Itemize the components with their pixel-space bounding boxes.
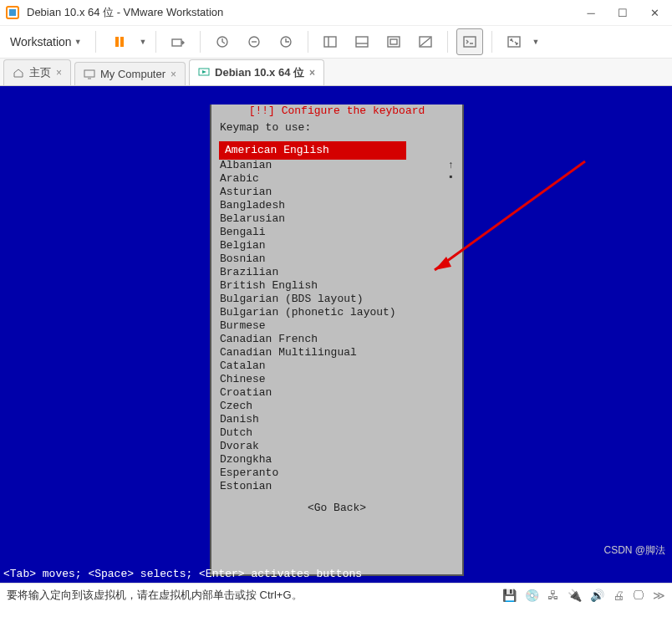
svg-rect-18 bbox=[84, 70, 94, 77]
list-item[interactable]: Bangladesh bbox=[220, 199, 454, 212]
disk-icon[interactable]: 💾 bbox=[502, 589, 517, 602]
network-icon[interactable]: 🖧 bbox=[547, 589, 559, 602]
keymap-list[interactable]: American English AlbanianArabicAsturianB… bbox=[220, 139, 454, 493]
layout-side-button[interactable] bbox=[317, 28, 344, 55]
usb-icon[interactable]: 🔌 bbox=[568, 589, 582, 602]
svg-rect-12 bbox=[388, 37, 400, 47]
svg-line-15 bbox=[420, 38, 430, 46]
prompt-label: Keymap to use: bbox=[220, 121, 454, 134]
list-item[interactable]: Belarusian bbox=[220, 212, 454, 226]
window-title: Debian 10.x 64 位 - VMware Workstation bbox=[27, 5, 572, 20]
console-button[interactable] bbox=[456, 28, 483, 55]
tab-bar: 主页 × My Computer × Debian 10.x 64 位 × bbox=[0, 59, 672, 86]
list-item[interactable]: Burmese bbox=[220, 319, 454, 333]
list-item[interactable]: Catalan bbox=[220, 359, 454, 373]
go-back-button[interactable]: <Go Back> bbox=[220, 502, 454, 514]
list-item[interactable]: Albanian bbox=[220, 159, 454, 172]
svg-rect-16 bbox=[464, 37, 476, 47]
maximize-button[interactable]: ☐ bbox=[610, 3, 635, 22]
vm-icon bbox=[198, 67, 210, 79]
home-icon bbox=[13, 67, 24, 79]
tab-home-label: 主页 bbox=[29, 65, 51, 80]
list-item[interactable]: Canadian Multilingual bbox=[220, 346, 454, 359]
close-icon[interactable]: × bbox=[309, 67, 315, 79]
svg-rect-17 bbox=[508, 37, 520, 47]
list-item[interactable]: Czech bbox=[220, 400, 454, 413]
separator bbox=[95, 31, 96, 53]
separator bbox=[155, 31, 156, 53]
separator bbox=[308, 31, 308, 53]
unity-button[interactable] bbox=[380, 28, 407, 55]
separator bbox=[447, 31, 448, 53]
printer-icon[interactable]: 🖨 bbox=[613, 589, 624, 602]
fullscreen-button[interactable] bbox=[501, 28, 527, 55]
chevron-down-icon[interactable]: ▼ bbox=[532, 38, 540, 46]
list-item[interactable]: Dvorak bbox=[220, 440, 454, 453]
snapshot-button[interactable] bbox=[209, 28, 236, 55]
tab-mycomputer-label: My Computer bbox=[100, 68, 165, 80]
svg-rect-13 bbox=[390, 39, 397, 44]
list-item[interactable]: Bulgarian (BDS layout) bbox=[220, 293, 454, 306]
list-item[interactable]: Arabic bbox=[220, 172, 454, 186]
list-item[interactable]: Estonian bbox=[220, 480, 454, 493]
workstation-label: Workstation bbox=[10, 35, 72, 48]
list-item[interactable]: Esperanto bbox=[220, 466, 454, 480]
scroll-up-indicator: ↑▪ bbox=[448, 160, 454, 183]
list-item[interactable]: Bengali bbox=[220, 226, 454, 239]
pause-button[interactable] bbox=[104, 28, 135, 55]
chevron-down-icon[interactable]: ▼ bbox=[140, 38, 147, 46]
layout-bottom-button[interactable] bbox=[349, 28, 375, 55]
close-icon[interactable]: × bbox=[56, 67, 62, 79]
cd-icon[interactable]: 💿 bbox=[525, 589, 539, 602]
dialog-title: [!!] Configure the keyboard bbox=[211, 105, 462, 117]
tab-mycomputer[interactable]: My Computer × bbox=[74, 62, 186, 85]
separator bbox=[491, 31, 492, 53]
list-item[interactable]: Bulgarian (phonetic layout) bbox=[220, 306, 454, 319]
chevron-down-icon: ▼ bbox=[74, 38, 82, 46]
monitor-icon bbox=[84, 69, 95, 80]
list-item[interactable]: Dzongkha bbox=[220, 453, 454, 466]
close-icon[interactable]: × bbox=[171, 69, 176, 80]
revert-button[interactable] bbox=[272, 28, 299, 55]
watermark: CSDN @脚法 bbox=[603, 543, 665, 558]
svg-rect-8 bbox=[324, 37, 336, 47]
more-icon[interactable]: ≫ bbox=[653, 589, 665, 602]
send-button[interactable] bbox=[165, 28, 191, 55]
status-message: 要将输入定向到该虚拟机，请在虚拟机内部单击或按 Ctrl+G。 bbox=[7, 588, 303, 603]
sound-icon[interactable]: 🔊 bbox=[590, 589, 604, 602]
tab-home[interactable]: 主页 × bbox=[3, 59, 71, 85]
tab-vm-label: Debian 10.x 64 位 bbox=[215, 65, 304, 80]
installer-dialog: [!!] Configure the keyboard Keymap to us… bbox=[210, 105, 464, 576]
fullscreen-disable-button[interactable] bbox=[412, 28, 439, 55]
title-bar: Debian 10.x 64 位 - VMware Workstation ─ … bbox=[0, 0, 672, 26]
list-item[interactable]: Croatian bbox=[220, 386, 454, 400]
tab-vm-active[interactable]: Debian 10.x 64 位 × bbox=[189, 59, 324, 85]
close-button[interactable]: ✕ bbox=[642, 3, 667, 22]
list-item[interactable]: Canadian French bbox=[220, 333, 454, 346]
list-item[interactable]: Brazilian bbox=[220, 266, 454, 279]
workstation-menu[interactable]: Workstation ▼ bbox=[5, 32, 87, 52]
hint-bar: <Tab> moves; <Space> selects; <Enter> ac… bbox=[0, 568, 672, 583]
list-item[interactable]: Danish bbox=[220, 413, 454, 426]
list-item-selected[interactable]: American English bbox=[221, 144, 404, 157]
svg-rect-1 bbox=[9, 9, 16, 16]
device-icons: 💾 💿 🖧 🔌 🔊 🖨 🖵 ≫ bbox=[502, 589, 665, 602]
list-item[interactable]: Chinese bbox=[220, 373, 454, 386]
svg-rect-10 bbox=[356, 37, 368, 47]
vm-console[interactable]: [!!] Configure the keyboard Keymap to us… bbox=[0, 86, 672, 583]
list-item[interactable]: Belgian bbox=[220, 239, 454, 252]
snapshot-manager-button[interactable] bbox=[241, 28, 267, 55]
minimize-button[interactable]: ─ bbox=[578, 3, 603, 22]
svg-rect-3 bbox=[120, 37, 124, 47]
list-item[interactable]: British English bbox=[220, 279, 454, 293]
toolbar: Workstation ▼ ▼ ▼ bbox=[0, 26, 672, 59]
status-bar: 要将输入定向到该虚拟机，请在虚拟机内部单击或按 Ctrl+G。 💾 💿 🖧 🔌 … bbox=[0, 583, 672, 607]
app-icon bbox=[5, 5, 20, 20]
display-icon[interactable]: 🖵 bbox=[633, 589, 644, 602]
list-item[interactable]: Dutch bbox=[220, 426, 454, 440]
svg-rect-2 bbox=[115, 37, 119, 47]
separator bbox=[200, 31, 201, 53]
list-item[interactable]: Asturian bbox=[220, 186, 454, 199]
list-item[interactable]: Bosnian bbox=[220, 252, 454, 266]
svg-marker-21 bbox=[202, 70, 206, 74]
